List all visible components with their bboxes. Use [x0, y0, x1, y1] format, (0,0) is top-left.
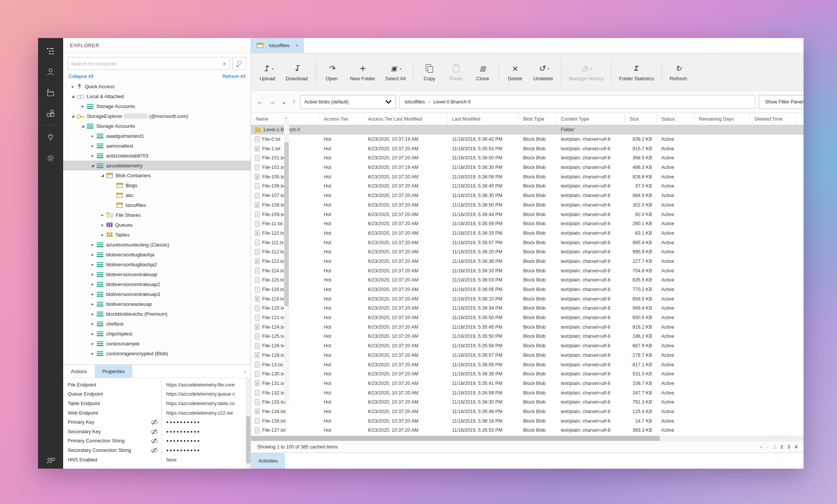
table-row[interactable]: File-131.txt Hot 6/23/2020, 10:37:20 AM … [251, 379, 804, 388]
panel-collapse-caret-icon[interactable]: ⌄ [243, 368, 247, 374]
column-header[interactable]: Size [625, 113, 657, 125]
settings-gear-icon[interactable] [38, 148, 63, 169]
clear-search-icon[interactable]: × [222, 60, 227, 67]
tree-expand-arrow-icon[interactable] [70, 84, 76, 89]
tree-item[interactable]: abc [63, 190, 251, 200]
column-header[interactable]: Name ^ [251, 113, 319, 125]
tree-item[interactable]: Tables [63, 230, 251, 240]
tree-item[interactable]: StorageExplorer (@microsoft.com) [63, 111, 251, 121]
tab-properties[interactable]: Properties [95, 365, 132, 378]
table-row[interactable]: File-101.txt Hot 6/23/2020, 10:37:20 AM … [251, 153, 804, 163]
breadcrumb-root[interactable]: lotsoffiles [405, 99, 425, 105]
table-row[interactable]: File-109.txt Hot 6/23/2020, 10:37:20 AM … [251, 210, 804, 219]
eye-slash-icon[interactable] [151, 429, 158, 434]
table-row[interactable]: File-108.txt Hot 6/23/2020, 10:37:20 AM … [251, 200, 804, 210]
tree-expand-arrow-icon[interactable] [90, 351, 95, 356]
toolbar-button[interactable]: ▾ Copy [416, 53, 443, 91]
table-row[interactable]: File-126.txt Hot 6/23/2020, 10:37:20 AM … [251, 341, 804, 351]
tree-expand-arrow-icon[interactable] [90, 134, 95, 138]
toolbar-button[interactable]: ▾ Manage History [564, 53, 608, 91]
tree-expand-arrow-icon[interactable] [100, 173, 105, 177]
table-row[interactable]: File-133.txt Hot 6/23/2020, 10:37:20 AM … [251, 397, 804, 407]
table-row[interactable]: File-112.txt Hot 6/23/2020, 10:37:20 AM … [251, 247, 804, 257]
feedback-icon[interactable] [38, 456, 63, 466]
tree-expand-arrow-icon[interactable] [100, 232, 105, 237]
toolbar-button[interactable]: ▾ Folder Statistics [614, 53, 659, 91]
table-row[interactable]: File-107.txt Hot 6/23/2020, 10:37:20 AM … [251, 191, 804, 200]
search-input[interactable] [71, 61, 222, 67]
tree-item[interactable]: File Shares [63, 210, 251, 220]
tree-item[interactable]: contososample [63, 339, 251, 348]
tab-lotsoffiles[interactable]: lotsoffiles × [251, 38, 304, 53]
tree-expand-arrow-icon[interactable] [70, 94, 76, 98]
pagination-item[interactable]: ‹ [767, 444, 769, 450]
table-row[interactable]: File-121.txt Hot 6/23/2020, 10:37:20 AM … [251, 313, 804, 323]
table-row[interactable]: File-102.txt Hot 6/23/2020, 10:37:19 AM … [251, 163, 804, 172]
table-row[interactable]: File-113.txt Hot 6/23/2020, 10:37:20 AM … [251, 257, 804, 266]
table-row[interactable]: File-125.txt Hot 6/23/2020, 10:37:20 AM … [251, 332, 804, 341]
blob-view-selector[interactable]: Active blobs (default) [300, 95, 396, 109]
tree-item[interactable]: blobversionbugbashja2 [63, 259, 251, 269]
table-row[interactable]: File-111.txt Hot 6/23/2020, 10:37:20 AM … [251, 238, 804, 247]
toolbar-button[interactable]: ▾ [315, 60, 316, 84]
toolbar-button[interactable]: ▾ Clone [469, 53, 496, 91]
table-row[interactable]: File-1.txt Hot 6/23/2020, 10:37:20 AM 11… [251, 144, 804, 153]
show-filter-panel-button[interactable]: Show Filter Panel [759, 95, 804, 109]
tree-expand-arrow-icon[interactable] [80, 124, 86, 128]
tree-item[interactable]: cheftest [63, 319, 251, 329]
explorer-icon[interactable] [38, 40, 63, 61]
tree-item[interactable]: blockblobtestchu (Premium) [63, 309, 251, 319]
toolbar-button[interactable]: ▾ New Folder [345, 53, 380, 91]
history-chevron-icon[interactable]: ⌄ [280, 98, 288, 106]
tree-expand-arrow-icon[interactable] [90, 302, 95, 307]
table-row[interactable]: File-120.txt Hot 6/23/2020, 10:37:20 AM … [251, 304, 804, 313]
account-icon[interactable] [38, 61, 63, 82]
tab-actions[interactable]: Actions [63, 365, 95, 378]
table-row[interactable]: File-130.txt Hot 6/23/2020, 10:37:20 AM … [251, 369, 804, 379]
tree-expand-arrow-icon[interactable] [90, 292, 95, 297]
toolbar-button[interactable]: ▾ Delete [502, 53, 528, 91]
table-row[interactable]: File-132.txt Hot 6/23/2020, 10:37:20 AM … [251, 388, 804, 397]
tree-item[interactable]: azcodetelemetry [63, 161, 251, 170]
extensions-icon[interactable] [38, 103, 63, 124]
tree-expand-arrow-icon[interactable] [90, 164, 95, 167]
tab-activities[interactable]: Activities [251, 453, 285, 469]
tree-expand-arrow-icon[interactable] [90, 331, 95, 336]
tree-item[interactable]: blobversioneasteuap [63, 299, 251, 309]
table-row[interactable]: File-13.txt Hot 6/23/2020, 10:37:20 AM 1… [251, 360, 804, 369]
tree-item[interactable]: coolstorageencrypted (Blob) [63, 348, 251, 358]
pagination-item[interactable]: 1 [773, 444, 776, 450]
column-header[interactable]: Deleted Time [750, 113, 797, 125]
tree-expand-arrow-icon[interactable] [90, 272, 95, 277]
table-row[interactable]: File-128.txt Hot 6/23/2020, 10:37:20 AM … [251, 351, 804, 360]
close-icon[interactable]: × [296, 43, 299, 48]
tree-expand-arrow-icon[interactable] [90, 262, 95, 267]
tree-item[interactable]: azuretoolsuxtesting (Classic) [63, 240, 251, 250]
eye-slash-icon[interactable] [151, 448, 158, 453]
toolbar-button[interactable]: ▾ Open [318, 53, 345, 91]
tree-expand-arrow-icon[interactable] [90, 252, 95, 257]
table-row[interactable]: File-114.txt Hot 6/23/2020, 10:37:20 AM … [251, 266, 804, 275]
column-header[interactable]: Content Type [556, 113, 625, 125]
tree-expand-arrow-icon[interactable] [70, 114, 76, 118]
connect-icon[interactable] [38, 127, 63, 148]
column-header[interactable]: Blob Type [519, 113, 556, 125]
table-row[interactable]: File-106.txt Hot 6/23/2020, 10:37:20 AM … [251, 181, 804, 191]
tree-item[interactable]: Queues [63, 220, 251, 230]
tree-expand-arrow-icon[interactable] [100, 213, 105, 218]
tree-expand-arrow-icon[interactable] [80, 104, 86, 109]
tree-item[interactable]: Storage Accounts [63, 101, 251, 111]
pagination-item[interactable]: « [760, 444, 762, 450]
column-header[interactable]: Last Modified [447, 113, 519, 125]
table-row[interactable]: File-0.txt Hot 6/23/2020, 10:37:19 AM 11… [251, 135, 804, 144]
table-row[interactable]: Level-1-Branch-0 Folder [251, 125, 804, 135]
pagination-item[interactable]: 3 [788, 444, 790, 450]
tree-item[interactable]: blobversioncentraleuap2 [63, 279, 251, 289]
tree-expand-arrow-icon[interactable] [90, 321, 95, 326]
table-row[interactable]: File-115.txt Hot 6/23/2020, 10:37:20 AM … [251, 275, 804, 285]
tree-item[interactable]: Quick Access [63, 81, 251, 91]
tree-item[interactable]: blobversionbugbashja [63, 250, 251, 259]
tree-item[interactable]: blobversioncentraleuap3 [63, 289, 251, 299]
pagination-item[interactable]: 4 [795, 444, 797, 450]
toolbar-button[interactable]: ▾ Paste [443, 53, 469, 91]
